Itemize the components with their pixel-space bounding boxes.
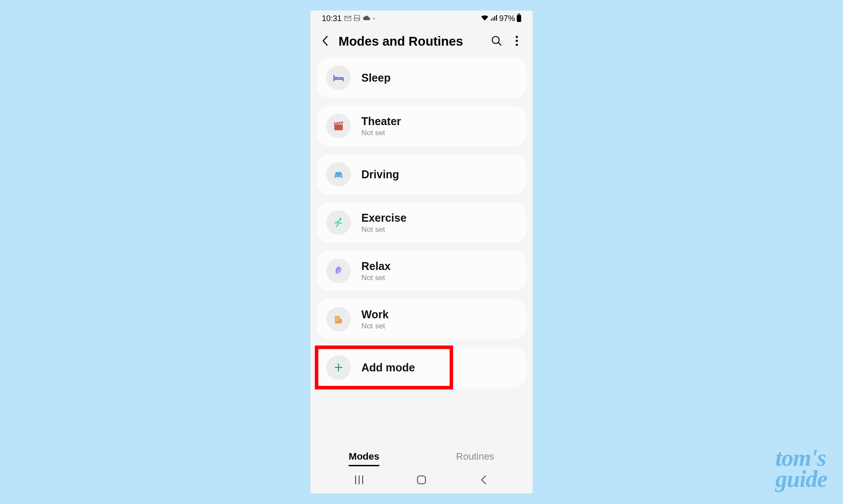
mode-sub: Not set (361, 225, 407, 234)
more-vertical-icon (515, 35, 519, 47)
chevron-left-icon (480, 475, 488, 485)
svg-point-8 (339, 218, 342, 220)
car-icon (326, 162, 351, 187)
phone-screenshot: 10:31 • 97% Modes an (310, 11, 533, 493)
mode-label: Relax (361, 260, 391, 273)
header: Modes and Routines (310, 26, 533, 58)
mode-label: Driving (361, 168, 399, 181)
plus-icon (326, 355, 351, 380)
runner-icon (326, 210, 351, 235)
notification-dot-icon: • (373, 16, 375, 21)
recents-icon (354, 475, 364, 484)
svg-point-3 (516, 40, 518, 42)
modes-list: Sleep Theater Not set Driving (310, 58, 533, 444)
svg-point-5 (335, 77, 337, 79)
tab-modes[interactable]: Modes (349, 451, 379, 466)
svg-point-4 (516, 43, 518, 46)
mode-item-relax[interactable]: Relax Not set (317, 251, 526, 291)
chevron-left-icon (321, 35, 330, 47)
mode-label: Theater (361, 115, 401, 128)
recents-button[interactable] (353, 474, 365, 486)
more-button[interactable] (511, 35, 523, 48)
gmail-icon (344, 15, 351, 22)
add-mode-label: Add mode (361, 361, 415, 374)
bottom-tabs: Modes Routines (310, 444, 533, 470)
svg-point-7 (340, 175, 342, 176)
mode-item-work[interactable]: Work Not set (317, 299, 526, 339)
watermark-logo: tom's guide (775, 447, 827, 490)
svg-rect-9 (418, 476, 425, 484)
home-icon (417, 475, 426, 485)
mode-item-theater[interactable]: Theater Not set (317, 106, 526, 146)
building-icon (326, 307, 351, 331)
tab-routines[interactable]: Routines (456, 451, 494, 466)
bed-icon (326, 65, 351, 90)
svg-point-6 (335, 175, 337, 176)
battery-icon (517, 15, 521, 22)
search-icon (491, 35, 502, 47)
search-button[interactable] (490, 35, 503, 48)
status-time: 10:31 (322, 14, 342, 23)
wifi-icon (481, 14, 489, 23)
mode-label: Work (361, 308, 389, 321)
image-icon (354, 15, 360, 22)
battery-percent: 97% (499, 14, 515, 23)
mode-sub: Not set (361, 322, 389, 331)
nav-back-button[interactable] (478, 474, 490, 486)
mode-sub: Not set (361, 274, 391, 282)
status-bar: 10:31 • 97% (310, 11, 533, 26)
android-nav-bar (310, 470, 533, 493)
watermark-line2: guide (775, 468, 827, 490)
mode-sub: Not set (361, 129, 401, 137)
mode-label: Exercise (361, 212, 407, 224)
mode-item-exercise[interactable]: Exercise Not set (317, 202, 526, 243)
add-mode-button[interactable]: Add mode (317, 347, 526, 388)
watermark-line1: tom's (775, 447, 827, 469)
cloud-icon (363, 15, 371, 22)
mode-item-sleep[interactable]: Sleep (317, 58, 526, 98)
svg-rect-0 (354, 15, 360, 21)
signal-icon (490, 14, 497, 23)
home-button[interactable] (416, 474, 427, 486)
mode-label: Sleep (361, 72, 391, 84)
leaf-icon (326, 259, 351, 283)
mode-item-driving[interactable]: Driving (317, 154, 526, 194)
back-button[interactable] (320, 35, 331, 49)
svg-point-2 (516, 36, 518, 38)
page-title: Modes and Routines (339, 34, 483, 49)
clapper-icon (326, 114, 351, 138)
